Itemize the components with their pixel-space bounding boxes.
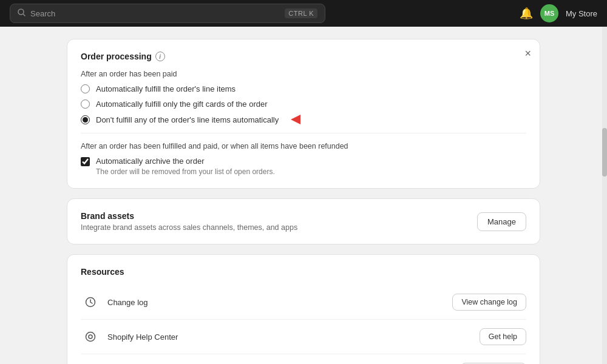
- scrollbar-thumb[interactable]: [602, 128, 607, 177]
- main-content: × Order processing i After an order has …: [0, 27, 607, 364]
- radio-auto-fulfill-all[interactable]: Automatically fulfill the order's line i…: [81, 84, 526, 93]
- brand-assets-card: Brand assets Integrate brand assets acro…: [67, 198, 540, 244]
- radio-input-auto-fulfill-gift[interactable]: [81, 99, 90, 109]
- changelog-icon: [81, 292, 100, 312]
- svg-line-1: [23, 14, 25, 16]
- resource-help-center: Shopify Help Center Get help: [81, 320, 526, 354]
- hire-partner-icon: [81, 362, 100, 364]
- top-navigation: Search CTRL K 🔔 MS My Store: [0, 0, 607, 27]
- help-center-icon: [81, 327, 100, 346]
- svg-point-3: [86, 332, 95, 342]
- selection-arrow-indicator: [291, 115, 300, 124]
- svg-point-0: [18, 9, 24, 15]
- resource-hire-partner: Hire a Shopify Partner Hire a Partner: [81, 354, 526, 364]
- search-icon: [18, 8, 25, 18]
- bell-icon[interactable]: 🔔: [520, 7, 533, 20]
- archive-checkbox-option[interactable]: Automatically archive the order The orde…: [81, 157, 526, 176]
- radio-label-no-auto-fulfill: Don't fulfill any of the order's line it…: [96, 115, 279, 124]
- scrollbar-track: [602, 27, 607, 364]
- card-title: Order processing i: [81, 52, 526, 61]
- after-paid-label: After an order has been paid: [81, 70, 526, 78]
- archive-checkbox[interactable]: [81, 157, 90, 166]
- search-shortcut: CTRL K: [285, 8, 317, 18]
- resources-title: Resources: [81, 267, 526, 277]
- changelog-label: Change log: [107, 298, 452, 307]
- search-placeholder: Search: [30, 9, 55, 18]
- get-help-button[interactable]: Get help: [480, 328, 526, 345]
- brand-assets-text: Brand assets Integrate brand assets acro…: [81, 211, 297, 232]
- search-bar[interactable]: Search CTRL K: [10, 4, 325, 23]
- archive-checkbox-text: Automatically archive the order The orde…: [96, 157, 275, 176]
- brand-assets-description: Integrate brand assets across sales chan…: [81, 223, 297, 232]
- archive-description: The order will be removed from your list…: [96, 167, 275, 176]
- radio-input-no-auto-fulfill[interactable]: [81, 115, 90, 124]
- radio-input-auto-fulfill-all[interactable]: [81, 84, 90, 93]
- order-processing-card: × Order processing i After an order has …: [67, 39, 540, 189]
- archive-label: Automatically archive the order: [96, 157, 275, 166]
- avatar: MS: [540, 4, 558, 22]
- after-fulfilled-label: After an order has been fulfilled and pa…: [81, 142, 526, 150]
- svg-point-4: [89, 335, 92, 339]
- card-divider: [81, 133, 526, 133]
- resources-card: Resources Change log View change log Sho…: [67, 254, 540, 364]
- manage-button[interactable]: Manage: [477, 212, 526, 231]
- radio-label-auto-fulfill-gift: Automatically fulfill only the gift card…: [96, 99, 268, 109]
- order-processing-title: Order processing: [81, 52, 152, 61]
- help-center-label: Shopify Help Center: [107, 332, 480, 342]
- radio-label-auto-fulfill-all: Automatically fulfill the order's line i…: [96, 84, 236, 93]
- store-name: My Store: [566, 9, 597, 18]
- resource-changelog: Change log View change log: [81, 285, 526, 320]
- radio-auto-fulfill-gift[interactable]: Automatically fulfill only the gift card…: [81, 99, 526, 109]
- close-button[interactable]: ×: [524, 48, 531, 59]
- view-changelog-button[interactable]: View change log: [452, 294, 526, 311]
- nav-right: 🔔 MS My Store: [520, 4, 597, 22]
- radio-no-auto-fulfill[interactable]: Don't fulfill any of the order's line it…: [81, 115, 526, 124]
- brand-assets-title: Brand assets: [81, 211, 297, 221]
- info-icon[interactable]: i: [155, 52, 165, 61]
